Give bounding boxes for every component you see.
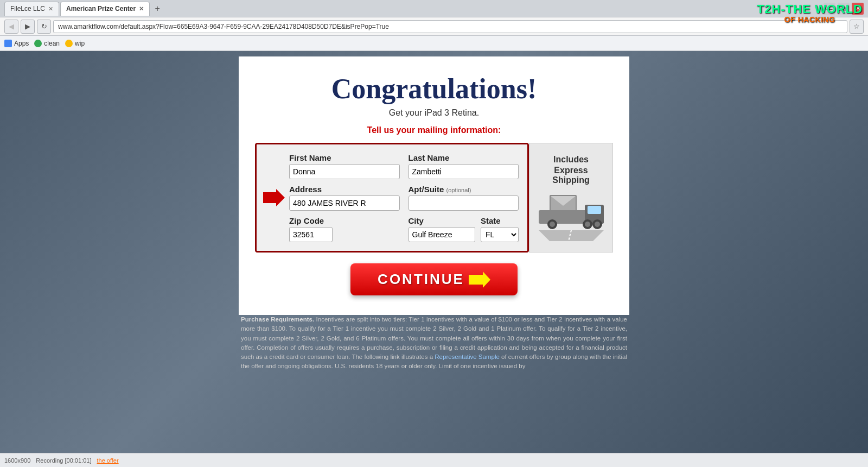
city-group: City	[409, 216, 476, 242]
nav-bar: ◀ ▶ ↻ ☆	[0, 17, 868, 36]
zip-group: Zip Code	[289, 216, 400, 242]
apt-input[interactable]	[409, 195, 519, 211]
form-section: First Name Last Name Address	[255, 143, 613, 253]
page-content: Congratulations! Get your iPad 3 Retina.…	[0, 51, 868, 467]
svg-marker-0	[263, 189, 285, 206]
bookmarks-bar: Apps clean wip	[0, 36, 868, 51]
last-name-input[interactable]	[409, 164, 519, 179]
forward-button[interactable]: ▶	[21, 20, 35, 34]
bottom-resolution: 1600x900	[4, 457, 30, 464]
representative-sample-link[interactable]: Representative Sample	[435, 354, 500, 360]
address-group: Address	[289, 185, 400, 211]
apt-group: Apt/Suite (optional)	[409, 185, 519, 211]
bookmark-apps[interactable]: Apps	[4, 40, 29, 47]
bottom-bar: 1600x900 Recording [00:01:01] the offer	[0, 453, 868, 467]
main-card: Congratulations! Get your iPad 3 Retina.…	[239, 56, 629, 315]
city-input[interactable]	[409, 227, 476, 242]
bookmark-wip[interactable]: wip	[65, 40, 85, 47]
shipping-sub: Express Shipping	[535, 166, 607, 185]
congrats-title: Congratulations!	[255, 73, 613, 105]
city-state-row: City State FL AL GA TX	[409, 216, 519, 242]
tab-filelce[interactable]: FileLce LLC ✕	[4, 2, 59, 16]
continue-arrow-icon	[469, 272, 490, 288]
bookmark-wip-label: wip	[75, 40, 85, 47]
last-name-label: Last Name	[409, 153, 519, 162]
mailing-prompt: Tell us your mailing information:	[255, 125, 613, 135]
shipping-truck-icon	[539, 190, 604, 230]
address-input[interactable]	[289, 195, 400, 211]
state-group: State FL AL GA TX	[481, 216, 519, 242]
svg-rect-6	[588, 206, 601, 214]
disclaimer: Purchase Requirements. Incentives are sp…	[239, 315, 629, 371]
state-select[interactable]: FL AL GA TX	[481, 227, 519, 242]
zip-label: Zip Code	[289, 216, 400, 225]
apt-optional-label: (optional)	[446, 187, 471, 193]
continue-btn-text: CONTINUE	[378, 271, 464, 288]
wip-icon	[65, 40, 73, 47]
first-name-input[interactable]	[289, 164, 400, 179]
apps-icon	[4, 40, 12, 47]
url-bar[interactable]	[53, 20, 847, 33]
form-grid: First Name Last Name Address	[289, 153, 519, 242]
continue-button[interactable]: CONTINUE	[350, 263, 518, 295]
shipping-label: Includes	[553, 155, 589, 165]
bottom-offer-text: the offer	[97, 457, 118, 464]
logo-world: OF HACKING	[757, 16, 863, 24]
tab-filelce-label: FileLce LLC	[10, 5, 45, 12]
svg-point-12	[595, 222, 600, 227]
apt-label: Apt/Suite (optional)	[409, 185, 519, 194]
bookmark-clean-label: clean	[44, 40, 60, 47]
arrow-indicator	[263, 188, 285, 207]
last-name-group: Last Name	[409, 153, 519, 179]
address-label: Address	[289, 185, 400, 194]
subtitle: Get your iPad 3 Retina.	[255, 108, 613, 118]
state-label: State	[481, 216, 519, 225]
first-name-group: First Name	[289, 153, 400, 179]
clean-icon	[34, 40, 42, 47]
browser-chrome: FileLce LLC ✕ American Prize Center ✕ + …	[0, 0, 868, 51]
new-tab-button[interactable]: +	[151, 2, 164, 15]
tab-americanprize-label: American Prize Center	[66, 5, 136, 12]
disclaimer-text: Incentives are split into two tiers: Tie…	[241, 316, 627, 369]
logo-t2h: T2H-THE WORLD	[757, 3, 863, 16]
disclaimer-heading: Purchase Requirements.	[241, 316, 314, 323]
tab-americanprize-close[interactable]: ✕	[139, 5, 144, 12]
city-label: City	[409, 216, 476, 225]
refresh-button[interactable]: ↻	[37, 20, 51, 34]
continue-btn-wrapper: CONTINUE	[255, 263, 613, 295]
tab-filelce-close[interactable]: ✕	[48, 5, 53, 12]
svg-point-8	[550, 222, 555, 227]
tab-americanprize[interactable]: American Prize Center ✕	[60, 2, 150, 16]
first-name-label: First Name	[289, 153, 400, 162]
city-state-group: City State FL AL GA TX	[409, 216, 519, 242]
svg-marker-15	[469, 272, 490, 288]
title-bar: FileLce LLC ✕ American Prize Center ✕ + …	[0, 0, 868, 17]
bottom-recording: Recording [00:01:01]	[36, 457, 91, 464]
form-box: First Name Last Name Address	[255, 143, 529, 253]
back-button[interactable]: ◀	[4, 20, 18, 34]
logo-overlay: T2H-THE WORLD OF HACKING	[757, 3, 863, 24]
shipping-box: Includes Express Shipping	[529, 143, 613, 253]
road-lines-icon	[539, 230, 604, 241]
bookmark-clean[interactable]: clean	[34, 40, 60, 47]
bookmark-apps-label: Apps	[14, 40, 29, 47]
svg-point-10	[585, 222, 590, 227]
zip-input[interactable]	[289, 227, 333, 242]
